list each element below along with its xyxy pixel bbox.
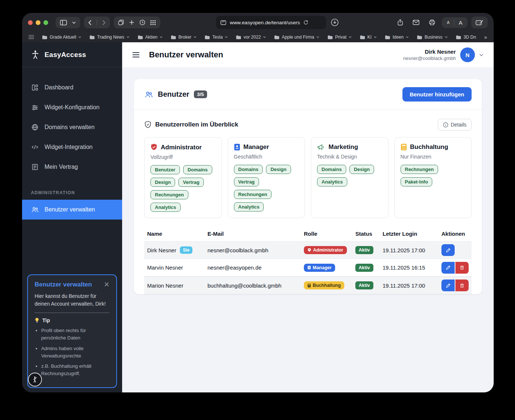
- chevron-down-icon: [406, 36, 409, 38]
- sidebar-chevron-icon[interactable]: [72, 21, 76, 24]
- bookmark-folder[interactable]: Ideen: [385, 35, 409, 40]
- reader-icon[interactable]: [220, 20, 226, 25]
- sidebar-item-label: Dashboard: [45, 84, 73, 91]
- role-badge-manager: Manager: [304, 264, 335, 272]
- edit-user-button[interactable]: [441, 280, 455, 291]
- bookmark-folder[interactable]: Tesla: [205, 35, 228, 40]
- decrease-text-size-button[interactable]: A: [447, 20, 450, 25]
- sidebar-item-dashboard[interactable]: Dashboard: [22, 78, 122, 97]
- last-login-cell: 19.11.2025 17:00: [383, 247, 441, 253]
- user-email: nesner@coolblack.gmbh: [403, 56, 456, 61]
- bookmark-label: 3D Drucker: [464, 35, 476, 40]
- edit-user-button[interactable]: [441, 244, 455, 256]
- role-name: Manager: [244, 143, 269, 151]
- tip-item: z.B. Buchhaltung erhält Rechnungszugriff…: [41, 363, 110, 377]
- tab-overview-icon[interactable]: [150, 20, 156, 25]
- table-row: Dirk Nesner Sie nesner@coolblack.gmbh Ad…: [144, 241, 472, 259]
- bookmark-folder[interactable]: Aktien: [138, 35, 163, 40]
- column-header-letzter-login: Letzter Login: [383, 231, 441, 237]
- lightbulb-icon: [35, 317, 39, 323]
- add-user-button[interactable]: Benutzer hinzufügen: [402, 87, 472, 102]
- bookmark-label: Grade Aktuell: [50, 35, 76, 40]
- delete-user-button[interactable]: [455, 262, 469, 274]
- tooltip-title: Benutzer verwalten: [35, 281, 92, 288]
- bookmarks-bar: Grade Aktuell Trading News Aktien: [22, 32, 494, 42]
- delete-user-button[interactable]: [455, 280, 469, 291]
- chevron-down-icon[interactable]: [479, 54, 483, 56]
- trash-icon: [459, 283, 465, 288]
- permission-tag: Design: [349, 165, 374, 174]
- share-button[interactable]: [394, 19, 406, 26]
- downloads-button[interactable]: [331, 18, 339, 26]
- permission-tag: Domains: [234, 165, 263, 174]
- copy-pages-icon[interactable]: [118, 19, 124, 25]
- column-header-name: Name: [147, 231, 207, 237]
- compose-icon[interactable]: [476, 19, 483, 25]
- bookmark-folder[interactable]: Grade Aktuell: [42, 35, 81, 40]
- shield-icon: [150, 143, 157, 151]
- print-button[interactable]: [426, 19, 438, 25]
- bookmark-folder[interactable]: 3D Drucker: [456, 35, 476, 40]
- favorites-grid-icon[interactable]: [29, 35, 34, 39]
- bookmark-label: Apple und Firma: [282, 35, 314, 40]
- sidebar-item-mein-vertrag[interactable]: Mein Vertrag: [22, 157, 122, 177]
- sidebar-item-widget-integration[interactable]: Widget-Integration: [22, 137, 122, 157]
- user-menu[interactable]: Dirk Nesner nesner@coolblack.gmbh N: [403, 47, 483, 62]
- folder-icon: [274, 35, 280, 39]
- permission-tag: Vertrag: [178, 178, 204, 187]
- pencil-icon: [445, 248, 451, 253]
- role-subtitle: Geschäftlich: [234, 154, 299, 160]
- bookmark-folder[interactable]: KI: [360, 35, 377, 40]
- bookmark-folder[interactable]: Privat: [327, 35, 352, 40]
- folder-icon: [138, 35, 143, 39]
- column-header-rolle: Rolle: [304, 231, 355, 237]
- sidebar-item-domains-verwalten[interactable]: Domains verwalten: [22, 117, 122, 137]
- permission-tag: Benutzer: [150, 165, 180, 174]
- chevron-down-icon: [316, 36, 319, 38]
- user-email-cell: buchhaltung@coolblack.gmbh: [207, 282, 304, 289]
- back-button[interactable]: [88, 20, 92, 25]
- folder-icon: [360, 35, 365, 39]
- sidebar-item-widget-konfiguration[interactable]: Widget-Konfiguration: [22, 97, 122, 117]
- zoom-window-button[interactable]: [43, 20, 48, 25]
- permission-tag: Domains: [317, 165, 346, 174]
- sidebar-item-benutzer-verwalten[interactable]: Benutzer verwalten: [22, 200, 122, 220]
- bookmark-label: Aktien: [145, 35, 157, 40]
- details-button[interactable]: Details: [438, 119, 472, 131]
- pencil-icon: [445, 265, 451, 270]
- mail-button[interactable]: [410, 20, 422, 25]
- address-bar[interactable]: www.easyopen.de/tenant/users: [216, 16, 326, 29]
- sidebar-item-label: Benutzer verwalten: [45, 206, 95, 213]
- last-login-cell: 19.11.2025 17:00: [383, 282, 441, 289]
- bookmark-folder[interactable]: Trading News: [89, 35, 129, 40]
- contract-icon: [31, 163, 39, 171]
- chevron-down-icon: [160, 36, 163, 38]
- increase-text-size-button[interactable]: A: [459, 19, 462, 26]
- avatar[interactable]: N: [460, 47, 475, 62]
- folder-icon: [89, 35, 95, 39]
- folder-icon: [417, 35, 422, 39]
- history-icon[interactable]: [139, 19, 145, 25]
- accessibility-widget-button[interactable]: [28, 373, 42, 387]
- bookmark-folder[interactable]: Business: [417, 35, 448, 40]
- sidebar-toggle-button[interactable]: [60, 20, 67, 25]
- forward-button[interactable]: [102, 20, 106, 25]
- role-card-buchhaltung: Buchhaltung Nur Finanzen RechnungenPaket…: [394, 137, 472, 218]
- bookmark-folder[interactable]: Apple und Firma: [274, 35, 319, 40]
- new-tab-button[interactable]: [129, 20, 134, 25]
- info-icon: [443, 122, 448, 128]
- bookmarks-overflow-chevron[interactable]: »: [484, 34, 487, 40]
- bookmark-folder[interactable]: Broker: [171, 35, 196, 40]
- brand-name: EasyAccess: [45, 51, 86, 59]
- reload-icon[interactable]: [303, 20, 308, 25]
- close-window-button[interactable]: [28, 20, 33, 25]
- chevron-down-icon: [349, 36, 352, 38]
- hamburger-menu-button[interactable]: [132, 52, 139, 58]
- edit-user-button[interactable]: [441, 262, 455, 274]
- card-title: Benutzer: [158, 90, 189, 99]
- status-badge: Aktiv: [355, 264, 373, 272]
- minimize-window-button[interactable]: [36, 20, 40, 25]
- bookmark-folder[interactable]: vor 2022: [236, 35, 266, 40]
- users-card: Benutzer 3/5 Benutzer hinzufügen Benutze…: [134, 79, 482, 294]
- close-icon[interactable]: ✕: [104, 281, 110, 288]
